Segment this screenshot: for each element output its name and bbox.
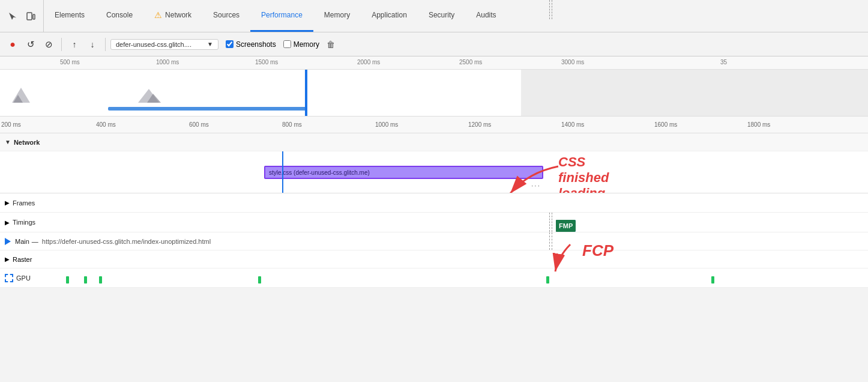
clear-button[interactable]: ⊘	[41, 37, 56, 52]
gpu-row: GPU	[0, 268, 868, 288]
main-thread-row[interactable]: Main — https://defer-unused-css.glitch.m…	[0, 232, 868, 250]
main-vdash2	[552, 232, 552, 250]
cursor-icon[interactable]	[6, 10, 19, 23]
ruler-1000ms: 1000 ms	[375, 121, 398, 128]
timings-vdash	[549, 213, 550, 232]
ellipsis-dots: ···	[531, 181, 541, 190]
svg-rect-1	[33, 14, 35, 19]
gpu-bar-1	[66, 276, 69, 283]
fmp-badge: FMP	[556, 220, 576, 232]
tick-500ms: 500 ms	[60, 59, 80, 65]
tab-console[interactable]: Console	[95, 0, 143, 32]
overview-header: 500 ms 1000 ms 1500 ms 2000 ms 2500 ms 3…	[0, 56, 868, 70]
gpu-bar-5	[546, 276, 549, 283]
vdash-2	[552, 0, 552, 19]
ruler-200ms: 200 ms	[1, 121, 21, 128]
screenshots-checkbox[interactable]	[226, 40, 234, 48]
tick-2000ms: 2000 ms	[357, 59, 380, 65]
download-button[interactable]: ↓	[85, 37, 100, 52]
raster-label: Raster	[13, 256, 32, 263]
main-thread-url: https://defer-unused-css.glitch.me/index…	[42, 238, 211, 245]
overview-content[interactable]	[0, 70, 868, 117]
tick-2500ms: 2500 ms	[459, 59, 482, 65]
divider2	[105, 38, 106, 51]
devtools-icons	[0, 0, 44, 32]
css-bar-label: style.css (defer-unused-css.glitch.me)	[269, 169, 370, 176]
ruler-600ms: 600 ms	[189, 121, 209, 128]
ruler-400ms: 400 ms	[96, 121, 116, 128]
frames-label: Frames	[13, 199, 35, 207]
trash-button[interactable]: 🗑	[327, 40, 335, 49]
timings-row: ▶ Timings DCL L FCP FMP	[0, 213, 868, 232]
tab-network[interactable]: ⚠ Network	[143, 0, 202, 32]
device-icon[interactable]	[24, 10, 37, 23]
url-display: defer-unused-css.glitch....	[116, 41, 205, 48]
upload-button[interactable]: ↑	[67, 37, 82, 52]
network-arrow-icon: ▼	[5, 139, 11, 145]
gpu-dashed-icon	[5, 274, 13, 282]
timings-vdash2	[552, 213, 552, 232]
overview-timeline-bar	[108, 107, 306, 111]
chevron-down-icon: ▼	[207, 41, 213, 47]
ruler-800ms: 800 ms	[282, 121, 302, 128]
timeline-overview[interactable]: 500 ms 1000 ms 1500 ms 2000 ms 2500 ms 3…	[0, 56, 868, 117]
tick-35: 35	[720, 59, 727, 65]
screenshots-label[interactable]: Screenshots	[226, 40, 276, 49]
tick-1000ms: 1000 ms	[156, 59, 179, 65]
ruler: 200 ms 400 ms 600 ms 800 ms 1000 ms 1200…	[0, 117, 868, 133]
timings-label: Timings	[13, 219, 35, 226]
refresh-button[interactable]: ↺	[23, 37, 38, 52]
memory-checkbox[interactable]	[283, 40, 291, 48]
memory-checkbox-group: Memory	[283, 40, 319, 49]
tab-audits[interactable]: Audits	[465, 0, 507, 32]
tab-application[interactable]: Application	[361, 0, 418, 32]
main-vdash1	[549, 232, 550, 250]
tick-3000ms: 3000 ms	[561, 59, 584, 65]
divider1	[61, 38, 62, 51]
ruler-1200ms: 1200 ms	[468, 121, 491, 128]
svg-rect-0	[27, 13, 32, 20]
screenshots-checkbox-group: Screenshots	[226, 40, 276, 49]
main-separator: —	[32, 238, 38, 245]
tick-1500ms: 1500 ms	[255, 59, 278, 65]
raster-row[interactable]: ▶ Raster	[0, 250, 868, 268]
gpu-bar-3	[99, 276, 102, 283]
main-thread-play-icon	[5, 238, 12, 245]
frames-arrow-icon: ▶	[5, 199, 10, 206]
network-section-label: Network	[14, 139, 40, 146]
frames-section[interactable]: ▶ Frames	[0, 193, 868, 213]
ruler-1400ms: 1400 ms	[561, 121, 584, 128]
bottom-sections: ▶ Frames ▶ Timings DCL L FCP FMP	[0, 193, 868, 288]
tab-bar: Elements Console ⚠ Network Sources Perfo…	[0, 0, 868, 32]
tab-sources[interactable]: Sources	[202, 0, 250, 32]
gpu-bar-4	[258, 276, 261, 283]
memory-label[interactable]: Memory	[283, 40, 319, 49]
network-vline	[282, 151, 283, 193]
network-section-header[interactable]: ▼ Network	[0, 133, 868, 151]
toolbar: ● ↺ ⊘ ↑ ↓ defer-unused-css.glitch.... ▼ …	[0, 32, 868, 56]
css-resource-bar[interactable]: style.css (defer-unused-css.glitch.me)	[264, 166, 543, 179]
network-content: style.css (defer-unused-css.glitch.me) ·…	[0, 151, 868, 193]
tab-performance[interactable]: Performance	[250, 0, 313, 32]
css-annotation-text: CSS finished loading	[558, 154, 609, 193]
url-selector[interactable]: defer-unused-css.glitch.... ▼	[110, 39, 219, 50]
raster-arrow-icon: ▶	[5, 256, 10, 262]
record-button[interactable]: ●	[5, 37, 20, 52]
main-thread-label: Main	[15, 238, 29, 245]
vdash-1	[549, 0, 550, 19]
gpu-bar-2	[84, 276, 87, 283]
timings-section-header[interactable]: ▶ Timings	[0, 213, 868, 232]
warning-icon: ⚠	[154, 10, 162, 20]
ruler-1800ms: 1800 ms	[747, 121, 770, 128]
gpu-bar-6	[711, 276, 714, 283]
tab-security[interactable]: Security	[418, 0, 465, 32]
ruler-1600ms: 1600 ms	[654, 121, 677, 128]
tab-elements[interactable]: Elements	[44, 0, 95, 32]
tab-memory[interactable]: Memory	[313, 0, 361, 32]
gpu-label: GPU	[16, 274, 31, 282]
timings-arrow-icon: ▶	[5, 219, 10, 226]
